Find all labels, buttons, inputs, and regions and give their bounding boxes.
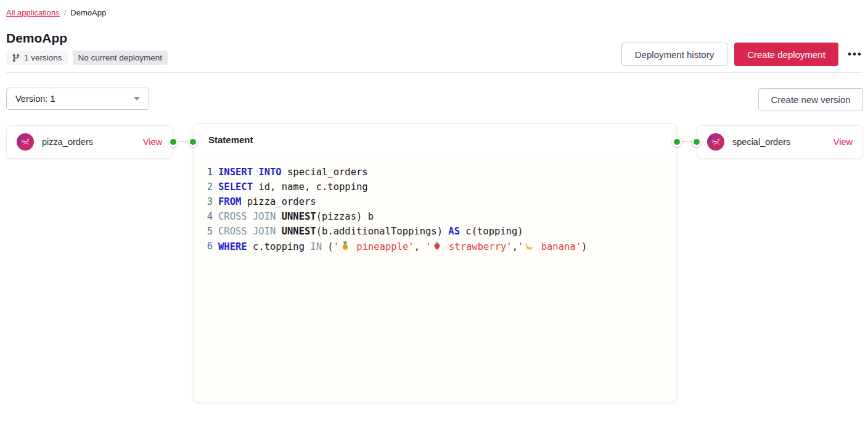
- header-divider: [6, 72, 862, 73]
- line-number: 2: [205, 181, 213, 192]
- token-str: ': [518, 241, 523, 252]
- token-kw: SELECT: [218, 181, 253, 192]
- breadcrumb-separator: /: [64, 8, 67, 17]
- line-number: 1: [205, 167, 213, 178]
- more-options-button[interactable]: •••: [845, 46, 865, 63]
- token-op: CROSS JOIN: [218, 211, 276, 222]
- statement-panel-title: Statement: [194, 124, 676, 154]
- banana-icon: [523, 241, 535, 251]
- token-plain: c.topping: [247, 241, 311, 252]
- pineapple-icon: [339, 241, 351, 251]
- source-node-pizza-orders[interactable]: pizza_orders View: [6, 125, 173, 159]
- token-op: IN: [310, 241, 322, 252]
- code-lines: 1INSERT INTO special_orders2SELECT id, n…: [205, 165, 676, 254]
- line-number: 4: [205, 211, 213, 222]
- token-plain: special_orders: [282, 167, 368, 178]
- code-line: 5CROSS JOIN UNNEST(b.additionalToppings)…: [205, 224, 676, 239]
- token-kw: INSERT INTO: [218, 167, 282, 178]
- token-plain: c(topping): [460, 226, 523, 237]
- code-line: 4CROSS JOIN UNNEST(pizzas) b: [205, 209, 676, 224]
- git-branch-icon: [12, 54, 20, 62]
- chevron-down-icon: [134, 97, 140, 101]
- code-line: 1INSERT INTO special_orders: [205, 165, 676, 180]
- token-str: ': [334, 241, 339, 252]
- token-plain: [276, 211, 281, 222]
- token-str: pineapple': [351, 241, 414, 252]
- token-kw: WHERE: [218, 241, 247, 252]
- statement-panel: Statement 1INSERT INTO special_orders2SE…: [193, 123, 677, 402]
- token-plain: ,: [512, 241, 518, 252]
- code-line: 3FROM pizza_orders: [205, 194, 676, 209]
- ellipsis-icon: •••: [848, 48, 862, 60]
- aiven-crab-icon: [707, 133, 724, 151]
- token-plain: (pizzas) b: [316, 211, 374, 222]
- connector-dot-statement-out: [672, 137, 682, 147]
- connector-dot-source-out: [168, 137, 178, 147]
- token-plain: [276, 226, 281, 237]
- token-str: strawberry': [443, 241, 512, 252]
- target-node-special-orders[interactable]: special_orders View: [697, 125, 863, 159]
- source-view-link[interactable]: View: [143, 137, 162, 147]
- deployment-history-button[interactable]: Deployment history: [621, 43, 727, 66]
- token-kw: AS: [448, 226, 460, 237]
- line-number: 5: [205, 226, 213, 237]
- line-number: 6: [205, 241, 213, 252]
- token-plain: (: [322, 241, 334, 252]
- versions-badge-label: 1 versions: [24, 53, 62, 62]
- connector-dot-statement-in: [188, 137, 198, 147]
- version-select[interactable]: Version: 1: [6, 88, 149, 110]
- strawberry-icon: [432, 241, 443, 251]
- token-plain: pizza_orders: [241, 196, 316, 207]
- header-badges: 1 versions No current deployment: [6, 51, 168, 65]
- breadcrumb-current: DemoApp: [70, 8, 106, 17]
- create-new-version-button[interactable]: Create new version: [758, 88, 863, 110]
- breadcrumb-link-all-applications[interactable]: All applications: [6, 8, 60, 17]
- token-fn: UNNEST: [282, 211, 316, 222]
- token-plain: id, name, c.topping: [253, 181, 368, 192]
- page-title: DemoApp: [6, 31, 67, 46]
- line-number: 3: [205, 196, 213, 207]
- deployment-status-badge: No current deployment: [73, 51, 168, 65]
- code-line: 2SELECT id, name, c.topping: [205, 180, 676, 194]
- target-node-label: special_orders: [732, 137, 790, 147]
- create-deployment-button[interactable]: Create deployment: [734, 43, 838, 66]
- token-str: ': [425, 241, 431, 252]
- token-fn: UNNEST: [282, 226, 316, 237]
- breadcrumb: All applications / DemoApp: [6, 8, 106, 17]
- token-plain: ): [581, 241, 587, 252]
- code-line: 6WHERE c.topping IN (' pineapple', ' str…: [205, 239, 676, 254]
- target-view-link[interactable]: View: [833, 137, 853, 147]
- connector-dot-target-in: [692, 137, 702, 147]
- aiven-crab-icon: [17, 133, 34, 151]
- source-node-label: pizza_orders: [42, 137, 93, 147]
- token-str: banana': [535, 241, 581, 252]
- versions-badge: 1 versions: [6, 51, 68, 65]
- token-plain: ,: [414, 241, 426, 252]
- sql-code-editor[interactable]: 1INSERT INTO special_orders2SELECT id, n…: [194, 154, 676, 402]
- token-kw: FROM: [218, 196, 241, 207]
- token-op: CROSS JOIN: [218, 226, 276, 237]
- version-select-value: Version: 1: [15, 94, 55, 104]
- token-plain: (b.additionalToppings): [316, 226, 449, 237]
